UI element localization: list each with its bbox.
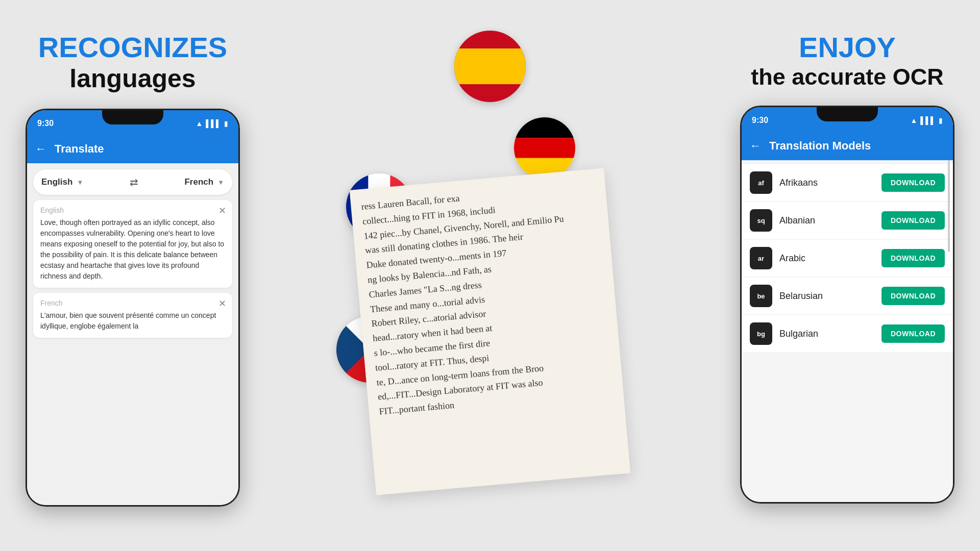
- right-phone: 9:30 ▲ ▌▌▌ ▮ ← Translation Models afAfri…: [740, 106, 954, 504]
- source-box-label: English: [40, 206, 225, 214]
- source-clear-button[interactable]: ✕: [218, 205, 226, 216]
- lang-name: Albanian: [779, 215, 874, 226]
- spain-flag: [454, 31, 526, 102]
- lang-name: Bulgarian: [779, 329, 874, 339]
- translation-item: bgBulgarianDOWNLOAD: [742, 315, 953, 352]
- ocr-text: the accurate OCR: [751, 64, 944, 90]
- lang-code-badge: be: [750, 285, 772, 307]
- languages-text: languages: [69, 64, 195, 93]
- translate-body: English ▼ ⇄ French ▼ English ✕ Love, tho…: [27, 163, 238, 505]
- left-phone: 9:30 ▲ ▌▌▌ ▮ ← Translate English ▼: [26, 109, 240, 507]
- download-button[interactable]: DOWNLOAD: [881, 173, 945, 192]
- lang-name: Belarusian: [779, 291, 874, 302]
- time-left: 9:30: [37, 119, 54, 128]
- germany-flag: [514, 117, 575, 179]
- lang-code-badge: bg: [750, 322, 772, 345]
- target-lang-label: French: [184, 177, 213, 187]
- target-text-box[interactable]: French ✕ L'amour, bien que souvent prése…: [33, 293, 232, 338]
- center-section: ress Lauren Bacall, for exa collect...hi…: [250, 0, 730, 551]
- source-lang-label: English: [41, 177, 72, 187]
- back-arrow-right[interactable]: ←: [750, 139, 761, 153]
- source-lang-dropdown-icon[interactable]: ▼: [77, 179, 83, 186]
- phone-screen-right: 9:30 ▲ ▌▌▌ ▮ ← Translation Models afAfri…: [742, 107, 953, 502]
- lang-name: Afrikaans: [779, 178, 874, 188]
- phone-notch-right: [817, 107, 878, 121]
- target-clear-button[interactable]: ✕: [218, 298, 226, 309]
- svg-rect-3: [514, 138, 575, 158]
- book-background: ress Lauren Bacall, for exa collect...hi…: [350, 168, 630, 495]
- time-right: 9:30: [752, 116, 768, 125]
- app-title-left: Translate: [55, 142, 104, 156]
- signal-icon-right: ▌▌▌: [920, 116, 936, 124]
- download-button[interactable]: DOWNLOAD: [881, 249, 945, 267]
- translation-item: sqAlbanianDOWNLOAD: [742, 202, 953, 239]
- lang-code-badge: ar: [750, 247, 772, 269]
- enjoy-text: ENJOY: [751, 31, 944, 64]
- target-text-content: L'amour, bien que souvent présenté comme…: [40, 310, 225, 332]
- signal-icon: ▌▌▌: [206, 119, 221, 128]
- left-heading: RECOGNIZES languages: [38, 31, 227, 93]
- left-section: RECOGNIZES languages 9:30 ▲ ▌▌▌ ▮ ← Tran…: [0, 0, 265, 551]
- swap-languages-icon[interactable]: ⇄: [130, 176, 138, 188]
- app-bar-right: ← Translation Models: [742, 132, 953, 160]
- back-arrow-left[interactable]: ←: [35, 142, 46, 156]
- svg-rect-1: [454, 48, 526, 84]
- status-icons-right: ▲ ▌▌▌ ▮: [910, 116, 943, 124]
- source-text-box[interactable]: English ✕ Love, though often portrayed a…: [33, 200, 232, 288]
- book-text-content: ress Lauren Bacall, for exa collect...hi…: [350, 168, 625, 430]
- lang-code-badge: af: [750, 171, 772, 194]
- translation-item: afAfrikaansDOWNLOAD: [742, 164, 953, 201]
- phone-screen-left: 9:30 ▲ ▌▌▌ ▮ ← Translate English ▼: [27, 110, 238, 505]
- lang-code-badge: sq: [750, 209, 772, 232]
- wifi-icon-right: ▲: [910, 116, 917, 124]
- battery-icon-right: ▮: [939, 116, 943, 124]
- battery-icon: ▮: [224, 119, 228, 128]
- download-button[interactable]: DOWNLOAD: [881, 324, 945, 343]
- language-selector[interactable]: English ▼ ⇄ French ▼: [33, 169, 232, 195]
- right-section: ENJOY the accurate OCR 9:30 ▲ ▌▌▌ ▮ ← Tr…: [715, 0, 980, 551]
- lang-name: Arabic: [779, 253, 874, 264]
- target-box-label: French: [40, 299, 225, 307]
- right-heading: ENJOY the accurate OCR: [751, 31, 944, 90]
- phone-notch: [102, 110, 163, 124]
- scrollbar[interactable]: [948, 160, 950, 252]
- status-icons-left: ▲ ▌▌▌ ▮: [195, 119, 228, 128]
- source-lang-selector[interactable]: English ▼: [41, 177, 83, 187]
- translation-list: afAfrikaansDOWNLOADsqAlbanianDOWNLOADarA…: [742, 160, 953, 502]
- app-bar-left: ← Translate: [27, 135, 238, 163]
- target-lang-selector[interactable]: French ▼: [184, 177, 224, 187]
- source-text-content: Love, though often portrayed as an idyll…: [40, 217, 225, 282]
- svg-rect-2: [514, 117, 575, 138]
- translation-item: beBelarusianDOWNLOAD: [742, 278, 953, 314]
- download-button[interactable]: DOWNLOAD: [881, 287, 945, 305]
- target-lang-dropdown-icon[interactable]: ▼: [217, 179, 224, 186]
- download-button[interactable]: DOWNLOAD: [881, 211, 945, 230]
- app-title-right: Translation Models: [769, 139, 871, 153]
- wifi-icon: ▲: [195, 119, 203, 128]
- recognizes-text: RECOGNIZES: [38, 31, 227, 64]
- translation-item: arArabicDOWNLOAD: [742, 240, 953, 277]
